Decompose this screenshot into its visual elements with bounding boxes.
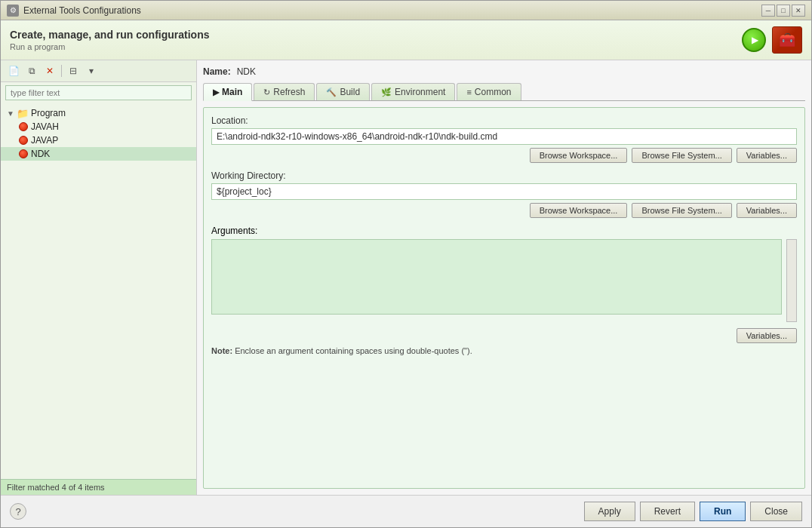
tab-main-label: Main [222,87,242,97]
location-label: Location: [211,115,797,126]
working-dir-section: Working Directory: Browse Workspace... B… [211,170,797,218]
location-input[interactable] [211,128,797,145]
tree-label-program: Program [31,108,66,118]
left-panel: 📄 ⧉ ✕ ⊟ ▾ ▼ 📁 Program JAVAH [1,60,197,495]
minimize-button[interactable]: ─ [761,5,775,17]
tab-main[interactable]: ▶ Main [203,83,252,101]
tree-label-ndk: NDK [31,149,50,159]
variables-2-button[interactable]: Variables... [737,203,797,218]
location-section: Location: Browse Workspace... Browse Fil… [211,115,797,163]
tree-item-javah[interactable]: JAVAH [1,120,196,134]
tree-item-program[interactable]: ▼ 📁 Program [1,106,196,120]
tab-build-label: Build [340,87,360,97]
common-tab-icon: ≡ [466,87,471,97]
tab-refresh[interactable]: ↻ Refresh [254,83,315,100]
revert-button[interactable]: Revert [640,502,695,521]
delete-button[interactable]: ✕ [42,63,58,78]
ndk-icon [19,149,28,158]
header-title: Create, manage, and run configurations [10,29,742,41]
working-dir-input[interactable] [211,183,797,200]
tab-common[interactable]: ≡ Common [457,83,521,100]
duplicate-button[interactable]: ⧉ [23,63,40,78]
browse-filesystem-1-button[interactable]: Browse File System... [632,148,731,163]
toolbar-separator [61,65,62,77]
tab-refresh-label: Refresh [273,87,305,97]
program-folder-icon: 📁 [17,108,28,118]
variables-1-button[interactable]: Variables... [737,148,797,163]
working-dir-label: Working Directory: [211,170,797,181]
refresh-tab-icon: ↻ [263,87,270,97]
arguments-textarea[interactable] [211,239,782,315]
apply-button[interactable]: Apply [584,502,635,521]
browse-workspace-1-button[interactable]: Browse Workspace... [530,148,628,163]
browse-workspace-2-button[interactable]: Browse Workspace... [530,203,628,218]
arguments-section: Arguments: Variables... Note: Enclose an… [211,226,797,480]
run-button[interactable]: Run [700,502,746,521]
main-window: ⚙ External Tools Configurations ─ □ ✕ Cr… [0,0,812,528]
arguments-scrollbar[interactable] [786,239,797,322]
env-tab-icon: 🌿 [381,87,392,97]
tab-common-label: Common [475,87,512,97]
tab-build[interactable]: 🔨 Build [316,83,370,100]
javap-icon [19,136,28,145]
tree-area: ▼ 📁 Program JAVAH JAVAP NDK [1,103,196,479]
tabs-bar: ▶ Main ↻ Refresh 🔨 Build 🌿 Environment ≡ [203,83,805,101]
name-value: NDK [237,66,256,77]
tab-environment-label: Environment [395,87,445,97]
collapse-button[interactable]: ⊟ [65,63,82,78]
tree-arrow-program: ▼ [7,109,14,118]
toolbox-icon: 🧰 [772,26,802,54]
note-text: Note: Enclose an argument containing spa… [211,346,797,355]
maximize-button[interactable]: □ [777,5,790,17]
name-row: Name: NDK [203,66,805,77]
browse-filesystem-2-button[interactable]: Browse File System... [632,203,731,218]
tree-item-javap[interactable]: JAVAP [1,134,196,147]
build-tab-icon: 🔨 [326,87,337,97]
run-icon [742,28,766,52]
filter-input[interactable] [5,85,192,100]
new-config-button[interactable]: 📄 [5,63,22,78]
config-card: Location: Browse Workspace... Browse Fil… [203,107,805,489]
filter-status: Filter matched 4 of 4 items [1,479,196,495]
window-title: External Tools Configurations [23,5,141,16]
tab-environment[interactable]: 🌿 Environment [371,83,455,100]
filter-dropdown-button[interactable]: ▾ [83,63,100,78]
left-toolbar: 📄 ⧉ ✕ ⊟ ▾ [1,60,196,82]
header-area: Create, manage, and run configurations R… [1,20,811,60]
content-area: 📄 ⧉ ✕ ⊟ ▾ ▼ 📁 Program JAVAH [1,60,811,495]
title-bar: ⚙ External Tools Configurations ─ □ ✕ [1,1,811,20]
main-tab-icon: ▶ [213,87,219,97]
arguments-label: Arguments: [211,226,797,236]
name-label: Name: [203,66,231,77]
header-subtitle: Run a program [10,42,742,51]
tree-label-javah: JAVAH [31,121,59,132]
bottom-bar: ? Apply Revert Run Close [1,495,811,527]
variables-3-button[interactable]: Variables... [737,328,797,343]
javah-icon [19,122,28,131]
close-window-button[interactable]: ✕ [792,5,805,17]
tree-label-javap: JAVAP [31,135,58,146]
close-button[interactable]: Close [750,502,802,521]
tree-item-ndk[interactable]: NDK [1,147,196,161]
help-button[interactable]: ? [10,503,26,520]
window-icon: ⚙ [7,5,19,17]
right-panel: Name: NDK ▶ Main ↻ Refresh 🔨 Build � [197,60,811,495]
